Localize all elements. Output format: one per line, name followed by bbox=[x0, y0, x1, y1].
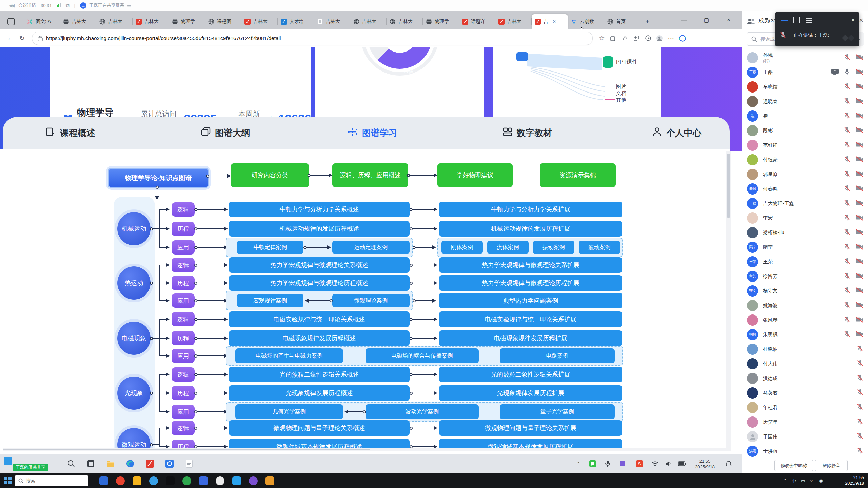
tray-chat-icon[interactable] bbox=[586, 457, 599, 470]
topic-bar[interactable]: 机械运动规律的发展历程概述 bbox=[229, 221, 410, 237]
member-screen-share-icon[interactable] bbox=[831, 68, 839, 77]
topic-bar[interactable]: 牛顿力学与分析力学关系概述 bbox=[229, 202, 410, 217]
member-row[interactable]: 车晓镭 bbox=[747, 80, 864, 94]
open-external-icon[interactable]: ⧉ bbox=[66, 2, 70, 8]
member-camera-off-icon[interactable] bbox=[855, 258, 864, 266]
browser-tab-1[interactable]: 图文: A bbox=[24, 14, 60, 29]
member-mic-off-icon[interactable] bbox=[844, 228, 851, 237]
case-node[interactable]: 流体案例 bbox=[487, 241, 529, 254]
mindmap-root-node[interactable]: 物理学导论-知识点图谱 bbox=[108, 168, 209, 188]
nav-tab-2[interactable]: 图谱大纲 bbox=[181, 117, 270, 149]
member-row[interactable]: 明枫朱明枫 bbox=[747, 327, 864, 342]
member-row[interactable]: 洪雨于洪雨 bbox=[747, 444, 864, 457]
browser-tab-14[interactable]: 吉林大 bbox=[495, 14, 532, 29]
branch-pill-逻辑[interactable]: 逻辑 bbox=[172, 421, 195, 435]
member-camera-off-icon[interactable] bbox=[855, 214, 864, 222]
browser-tab-3[interactable]: 吉林大 bbox=[96, 14, 133, 29]
member-mic-off-icon[interactable] bbox=[844, 83, 851, 91]
member-row[interactable]: 唐笑年 bbox=[747, 415, 864, 429]
case-node[interactable]: 刚体案例 bbox=[441, 241, 483, 254]
local-clock[interactable]: 21:552025/9/18 bbox=[837, 475, 864, 486]
extensions-icon[interactable] bbox=[631, 33, 642, 44]
member-mic-off-icon[interactable] bbox=[844, 316, 851, 324]
taskbar-xuexitong-icon[interactable] bbox=[163, 457, 176, 470]
top-node-2[interactable]: 逻辑、历程、应用概述 bbox=[332, 163, 408, 187]
member-row[interactable]: 姚海波 bbox=[747, 298, 864, 313]
member-mic-off-icon[interactable] bbox=[844, 185, 851, 193]
topic-bar[interactable]: 热力学宏观规律与微观理论关系概述 bbox=[229, 257, 410, 273]
member-mic-off-icon[interactable] bbox=[856, 389, 864, 397]
window-minimize-button[interactable]: — bbox=[673, 13, 695, 27]
browser-tab-15[interactable]: 吉× bbox=[532, 14, 568, 29]
member-camera-off-icon[interactable] bbox=[855, 170, 864, 179]
profile-avatar[interactable] bbox=[654, 33, 665, 44]
browser-tab-7[interactable]: 吉林大 bbox=[241, 14, 278, 29]
horizontal-scrollbar[interactable] bbox=[3, 448, 726, 451]
nav-tab-4[interactable]: 数字教材 bbox=[483, 117, 571, 149]
browser-tab-12[interactable]: 物理学 bbox=[423, 14, 459, 29]
browser-tab-8[interactable]: 人才培 bbox=[278, 14, 314, 29]
taskbar-chaoxing-icon[interactable] bbox=[143, 457, 157, 470]
member-mic-off-icon[interactable] bbox=[856, 360, 864, 368]
member-mic-off-icon[interactable] bbox=[844, 214, 851, 222]
case-node[interactable]: 电磁场的产生与电磁力案例 bbox=[235, 348, 343, 363]
copilot-icon[interactable] bbox=[677, 33, 688, 44]
member-mic-off-icon[interactable] bbox=[844, 258, 851, 266]
topic-bar[interactable]: 微观物理问题与量子理论关系扩展 bbox=[439, 420, 622, 436]
category-circle-1[interactable]: 机械运动 bbox=[117, 212, 151, 245]
member-camera-off-icon[interactable] bbox=[855, 331, 864, 339]
taskbar-file-explorer-icon[interactable] bbox=[104, 457, 117, 470]
sharing-menu-icon[interactable]: ☰ bbox=[127, 3, 131, 8]
browser-tab-4[interactable]: 吉林大 bbox=[133, 14, 169, 29]
member-row[interactable]: 梁桁楠-jlu bbox=[747, 225, 864, 240]
case-node[interactable]: 几何光学案例 bbox=[235, 404, 343, 419]
member-row[interactable]: 孙曦(我) bbox=[747, 50, 864, 65]
member-mic-off-icon[interactable] bbox=[844, 330, 851, 339]
member-row[interactable]: 春凤何春凤 bbox=[747, 182, 864, 196]
branch-pill-应用[interactable]: 应用 bbox=[172, 293, 195, 308]
topic-bar[interactable]: 光现象规律发展历程扩展 bbox=[439, 385, 622, 401]
taskbar-app-icon[interactable] bbox=[114, 474, 127, 488]
member-row[interactable]: 范鲜红 bbox=[747, 138, 864, 152]
member-row[interactable]: 李宏 bbox=[747, 211, 864, 225]
taskbar-search-icon[interactable] bbox=[64, 457, 78, 470]
topic-bar[interactable]: 牛顿力学与分析力学关系扩展 bbox=[439, 202, 622, 217]
topic-bar[interactable]: 电磁现象规律发展历程扩展 bbox=[439, 330, 622, 346]
member-row[interactable]: 张凤琴 bbox=[747, 313, 864, 327]
branch-pill-应用[interactable]: 应用 bbox=[172, 240, 195, 255]
taskbar-app-icon[interactable] bbox=[246, 474, 260, 488]
sidebar-close-button[interactable]: × bbox=[859, 16, 863, 25]
member-mic-off-icon[interactable] bbox=[856, 345, 864, 353]
topic-bar[interactable]: 典型热力学问题案例 bbox=[439, 293, 622, 308]
topic-bar[interactable]: 机械运动规律的发展历程扩展 bbox=[439, 221, 622, 237]
case-node[interactable]: 振动案例 bbox=[533, 241, 574, 254]
topic-bar[interactable]: 热力学宏观规律与微观理论历程概述 bbox=[229, 275, 410, 291]
member-row[interactable]: 王荣王荣 bbox=[747, 255, 864, 269]
vertical-scrollbar[interactable] bbox=[726, 151, 731, 451]
member-mic-off-icon[interactable] bbox=[844, 141, 851, 149]
member-mic-off-icon[interactable] bbox=[856, 432, 864, 441]
taskbar-app-icon[interactable] bbox=[197, 474, 210, 488]
topic-bar[interactable]: 电磁现象规律发展历程概述 bbox=[229, 330, 410, 346]
local-tray-icon[interactable]: ⌃ bbox=[783, 478, 787, 483]
taskbar-edge-icon[interactable] bbox=[123, 457, 137, 470]
window-close-button[interactable]: × bbox=[717, 13, 740, 27]
meeting-details-link[interactable]: 会议详情 bbox=[18, 2, 36, 8]
member-mic-off-icon[interactable] bbox=[856, 418, 864, 426]
branch-pill-逻辑[interactable]: 逻辑 bbox=[172, 258, 195, 272]
taskbar-app-icon[interactable] bbox=[180, 474, 194, 488]
member-row[interactable]: 王鑫吉大物理-王鑫 bbox=[747, 196, 864, 211]
local-tray-icon[interactable]: ᯤ bbox=[810, 478, 814, 483]
browser-tab-11[interactable]: 吉林大 bbox=[387, 14, 423, 29]
member-camera-off-icon[interactable] bbox=[855, 272, 864, 281]
member-camera-off-icon[interactable] bbox=[855, 185, 864, 193]
local-tray-icon[interactable]: ▭ bbox=[801, 478, 805, 483]
member-mic-off-icon[interactable] bbox=[856, 374, 864, 383]
member-mic-off-icon[interactable] bbox=[844, 199, 851, 208]
browser-tab-10[interactable]: 吉林大 bbox=[350, 14, 387, 29]
member-mic-off-icon[interactable] bbox=[844, 54, 851, 62]
topic-bar[interactable]: 光现象规律发展历程概述 bbox=[229, 385, 410, 401]
address-bar[interactable]: https://jluphy.mh.chaoxing.com/jilin-cou… bbox=[32, 32, 593, 45]
tray-device-icon[interactable] bbox=[616, 457, 629, 470]
member-mic-off-icon[interactable] bbox=[844, 97, 851, 106]
